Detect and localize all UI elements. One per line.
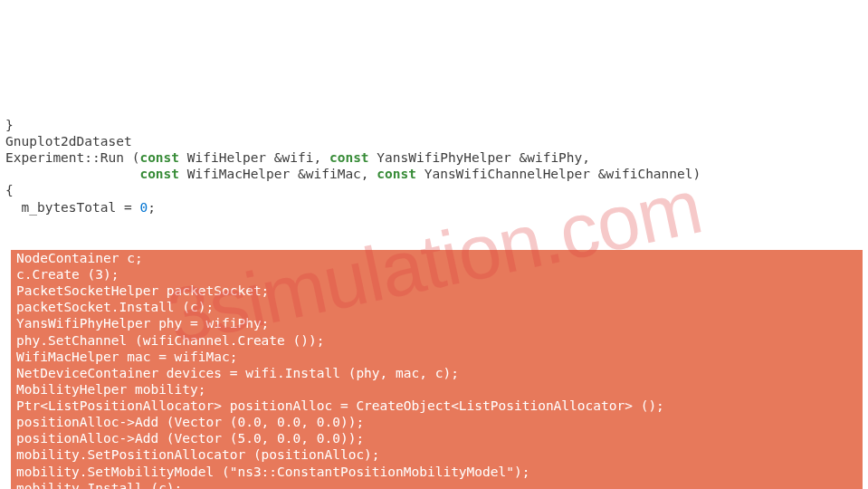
keyword-const: const <box>329 150 369 165</box>
highlighted-code-block[interactable]: NodeContainer c;c.Create (3);PacketSocke… <box>11 250 863 489</box>
code-line: phy.SetChannel (wifiChannel.Create ()); <box>16 332 863 349</box>
code-line-fragment: ; <box>148 200 156 215</box>
code-line: positionAlloc->Add (Vector (0.0, 0.0, 0.… <box>16 414 863 430</box>
code-line: positionAlloc->Add (Vector (5.0, 0.0, 0.… <box>16 430 863 446</box>
code-line: } <box>5 118 14 132</box>
code-line: packetSocket.Install (c); <box>16 299 863 315</box>
code-line: WifiMacHelper mac = wifiMac; <box>16 349 863 365</box>
code-line: YansWifiPhyHelper phy = wifiPhy; <box>16 315 863 331</box>
code-line: PacketSocketHelper packetSocket; <box>16 283 863 299</box>
code-line: NetDeviceContainer devices = wifi.Instal… <box>16 365 863 381</box>
code-line-fragment: YansWifiChannelHelper &wifiChannel) <box>416 167 701 181</box>
code-line-fragment: WifiMacHelper &wifiMac, <box>179 167 377 181</box>
code-line: MobilityHelper mobility; <box>16 381 863 398</box>
code-line: mobility.Install (c); <box>16 480 863 489</box>
code-line-fragment: WifiHelper &wifi, <box>179 150 329 165</box>
code-line: Ptr<ListPositionAllocator> positionAlloc… <box>16 398 863 414</box>
keyword-const: const <box>377 167 416 181</box>
code-line: c.Create (3); <box>16 266 863 283</box>
code-line: Gnuplot2dDataset <box>5 134 132 149</box>
code-line-fragment: YansWifiPhyHelper &wifiPhy, <box>369 150 590 165</box>
keyword-const: const <box>139 167 179 181</box>
keyword-const: const <box>139 150 179 165</box>
number-literal: 0 <box>139 200 148 215</box>
code-line: mobility.SetMobilityModel ("ns3::Constan… <box>16 464 863 480</box>
code-editor-viewport: 3simulation.com } Gnuplot2dDataset Exper… <box>0 66 868 490</box>
code-area[interactable]: } Gnuplot2dDataset Experiment::Run (cons… <box>0 115 868 217</box>
code-line: NodeContainer c; <box>16 250 863 266</box>
code-line: { <box>5 183 14 197</box>
code-line: mobility.SetPositionAllocator (positionA… <box>16 446 863 463</box>
code-line-fragment <box>5 167 139 181</box>
code-line-fragment: m_bytesTotal = <box>5 200 139 215</box>
code-line-fragment: Experiment::Run ( <box>5 150 139 165</box>
